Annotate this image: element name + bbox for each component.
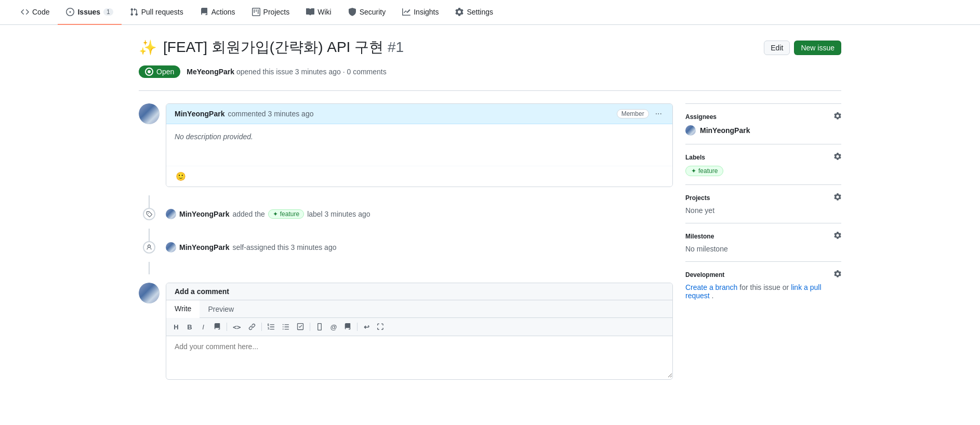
- nav-code-label: Code: [32, 8, 49, 16]
- toolbar-code-btn[interactable]: <>: [230, 321, 244, 333]
- toolbar-italic-btn[interactable]: I: [197, 321, 209, 333]
- status-badge: Open: [139, 65, 180, 78]
- assignee-username[interactable]: MinYeongPark: [700, 126, 750, 135]
- toolbar-divider-4: [357, 323, 357, 331]
- assign-icon-wrap: [139, 241, 160, 254]
- label-timeline-icon: [143, 208, 155, 220]
- sidebar-labels-header: Labels: [685, 153, 841, 162]
- assign-timeline-icon: [143, 241, 155, 254]
- sidebar-assignees-gear[interactable]: [834, 112, 841, 121]
- author-link[interactable]: MeYeongPark: [187, 68, 234, 76]
- toolbar-divider-2: [261, 323, 262, 331]
- assign-actor-username[interactable]: MinYeongPark: [179, 243, 229, 251]
- nav-projects-label: Projects: [263, 8, 290, 16]
- toolbar-bold-btn[interactable]: B: [184, 321, 195, 333]
- issue-comments-count: 0 comments: [347, 68, 386, 76]
- feature-label-icon: ✦: [273, 210, 278, 218]
- sidebar-labels-gear[interactable]: [834, 153, 841, 162]
- comment-username[interactable]: MinYeongPark: [175, 110, 224, 118]
- toolbar-fullscreen-btn[interactable]: ⛶: [374, 321, 386, 333]
- nav-settings[interactable]: Settings: [447, 0, 501, 25]
- editor-toolbar: H B I <>: [166, 318, 672, 336]
- sidebar-projects-none: None yet: [685, 206, 714, 215]
- nav-security[interactable]: Security: [340, 0, 394, 25]
- sidebar-assignees-header: Assignees: [685, 112, 841, 121]
- toolbar-attach-btn[interactable]: [313, 321, 326, 333]
- label-action-prefix: added the: [232, 210, 264, 218]
- assign-action: self-assigned this 3 minutes ago: [232, 243, 336, 251]
- comment-body-text: No description provided.: [175, 132, 664, 141]
- vertical-connector-1: [149, 195, 673, 208]
- comment-action: commented 3 minutes ago: [228, 110, 313, 118]
- nav-code[interactable]: Code: [12, 0, 58, 25]
- toolbar-h-btn[interactable]: H: [170, 321, 182, 333]
- projects-icon: [252, 8, 260, 16]
- assign-actor-avatar-img: [166, 242, 176, 253]
- nav-insights-label: Insights: [414, 8, 439, 16]
- toolbar-mention-btn[interactable]: @: [328, 321, 340, 333]
- dev-suffix-text: .: [712, 291, 714, 300]
- sidebar-milestone-gear[interactable]: [834, 232, 841, 241]
- member-badge: Member: [617, 109, 649, 118]
- main-layout: MinYeongPark commented 3 minutes ago Mem…: [139, 103, 841, 380]
- avatar-img: [139, 103, 160, 124]
- write-tab[interactable]: Write: [166, 300, 200, 318]
- feature-label-name: feature: [280, 210, 299, 218]
- toolbar-quote-btn[interactable]: [211, 321, 223, 333]
- sidebar-label-icon: ✦: [691, 167, 696, 175]
- toolbar-divider-3: [310, 323, 310, 331]
- editor-tabs: Write Preview: [166, 300, 672, 318]
- sidebar-development-header: Development: [685, 270, 841, 279]
- sidebar-development-text: Create a branch for this issue or link a…: [685, 283, 841, 300]
- nav-pull-requests[interactable]: Pull requests: [122, 0, 192, 25]
- comment-header: MinYeongPark commented 3 minutes ago Mem…: [166, 104, 672, 124]
- sidebar-projects-header: Projects: [685, 193, 841, 202]
- sidebar-projects-gear[interactable]: [834, 193, 841, 202]
- sidebar-assignees-value: MinYeongPark: [685, 125, 841, 136]
- toolbar-divider-1: [227, 323, 227, 331]
- settings-icon: [455, 8, 463, 16]
- label-actor-username[interactable]: MinYeongPark: [179, 210, 229, 218]
- comment-body: No description provided.: [166, 124, 672, 166]
- sidebar-labels-value: ✦ feature: [685, 166, 841, 176]
- label-action-suffix: label 3 minutes ago: [307, 210, 370, 218]
- sidebar-projects-value: None yet: [685, 206, 841, 215]
- sidebar-development-gear[interactable]: [834, 270, 841, 279]
- toolbar-tasklist-btn[interactable]: [294, 321, 307, 333]
- nav-insights[interactable]: Insights: [394, 0, 447, 25]
- add-comment-title: Add a comment: [166, 283, 672, 300]
- nav-projects[interactable]: Projects: [244, 0, 298, 25]
- label-actor-avatar: [166, 209, 176, 219]
- nav-actions[interactable]: Actions: [192, 0, 244, 25]
- comment-textarea[interactable]: [166, 336, 672, 378]
- comment-header-left: MinYeongPark commented 3 minutes ago: [175, 110, 313, 118]
- new-issue-button[interactable]: New issue: [794, 41, 841, 55]
- current-user-avatar: [139, 283, 160, 303]
- actions-icon: [200, 8, 208, 16]
- preview-tab[interactable]: Preview: [200, 300, 242, 317]
- sidebar-development-section: Development Create a branch for this iss…: [685, 261, 841, 308]
- toolbar-ordered-list-btn[interactable]: [265, 321, 277, 333]
- comment-dots-button[interactable]: ···: [653, 108, 664, 119]
- comment-timeline-item: MinYeongPark commented 3 minutes ago Mem…: [139, 103, 673, 187]
- sidebar-milestone-value: No milestone: [685, 245, 841, 253]
- divider: [139, 90, 841, 91]
- issue-title-area: ✨ [FEAT] 회원가입(간략화) API 구현 #1 Edit New is…: [139, 37, 841, 57]
- issue-meta-text: MeYeongPark opened this issue 3 minutes …: [187, 68, 386, 76]
- sidebar-milestone-none: No milestone: [685, 245, 728, 253]
- edit-button[interactable]: Edit: [764, 41, 790, 55]
- nav-issues[interactable]: Issues 1: [58, 0, 121, 25]
- toolbar-ref-btn[interactable]: [341, 321, 354, 333]
- comment-footer: 🙂: [166, 166, 672, 187]
- wiki-icon: [306, 8, 314, 16]
- issue-time-text: opened this issue 3 minutes ago: [236, 68, 341, 76]
- sidebar-labels-section: Labels ✦ feature: [685, 144, 841, 184]
- create-branch-link[interactable]: Create a branch: [685, 283, 737, 291]
- issues-badge: 1: [103, 8, 113, 16]
- toolbar-link-btn[interactable]: [246, 321, 258, 333]
- emoji-button[interactable]: 🙂: [175, 170, 187, 182]
- toolbar-undo-btn[interactable]: ↩: [361, 321, 372, 333]
- toolbar-unordered-list-btn[interactable]: [280, 321, 292, 333]
- issue-number: #1: [388, 39, 404, 55]
- nav-wiki[interactable]: Wiki: [298, 0, 339, 25]
